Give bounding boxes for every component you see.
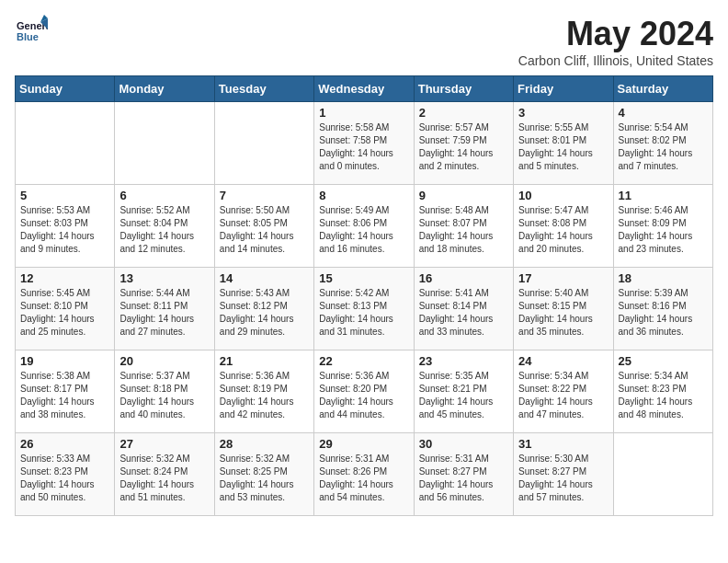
day-of-week-header: Friday	[514, 76, 613, 102]
day-number: 12	[20, 271, 109, 285]
calendar-cell: 27Sunrise: 5:32 AM Sunset: 8:24 PM Dayli…	[115, 433, 214, 516]
day-number: 16	[419, 271, 508, 285]
location: Carbon Cliff, Illinois, United States	[518, 53, 713, 68]
day-number: 29	[319, 437, 408, 451]
day-number: 1	[319, 106, 408, 120]
calendar-cell: 6Sunrise: 5:52 AM Sunset: 8:04 PM Daylig…	[115, 185, 214, 268]
calendar-cell: 29Sunrise: 5:31 AM Sunset: 8:26 PM Dayli…	[314, 433, 414, 516]
calendar-cell: 5Sunrise: 5:53 AM Sunset: 8:03 PM Daylig…	[16, 185, 115, 268]
day-info: Sunrise: 5:37 AM Sunset: 8:18 PM Dayligh…	[119, 370, 209, 421]
page-header: General Blue May 2024 Carbon Cliff, Illi…	[15, 15, 713, 68]
day-number: 25	[619, 354, 708, 368]
day-info: Sunrise: 5:47 AM Sunset: 8:08 PM Dayligh…	[518, 204, 608, 256]
day-number: 5	[20, 189, 109, 202]
calendar-cell: 11Sunrise: 5:46 AM Sunset: 8:09 PM Dayli…	[613, 185, 712, 268]
day-number: 4	[619, 106, 708, 120]
day-number: 17	[518, 271, 608, 285]
day-info: Sunrise: 5:39 AM Sunset: 8:16 PM Dayligh…	[619, 287, 708, 339]
calendar-cell: 13Sunrise: 5:44 AM Sunset: 8:11 PM Dayli…	[115, 268, 214, 350]
day-number: 19	[20, 354, 109, 368]
calendar-cell: 25Sunrise: 5:34 AM Sunset: 8:23 PM Dayli…	[613, 350, 712, 433]
calendar-cell	[16, 102, 115, 185]
calendar-cell: 3Sunrise: 5:55 AM Sunset: 8:01 PM Daylig…	[514, 102, 613, 185]
day-info: Sunrise: 5:32 AM Sunset: 8:25 PM Dayligh…	[220, 453, 309, 504]
calendar-cell: 22Sunrise: 5:36 AM Sunset: 8:20 PM Dayli…	[314, 350, 414, 433]
calendar-cell: 16Sunrise: 5:41 AM Sunset: 8:14 PM Dayli…	[414, 268, 513, 350]
day-info: Sunrise: 5:36 AM Sunset: 8:19 PM Dayligh…	[220, 370, 309, 421]
day-of-week-header: Sunday	[16, 76, 115, 102]
day-of-week-header: Thursday	[414, 76, 513, 102]
calendar-body: 1Sunrise: 5:58 AM Sunset: 7:58 PM Daylig…	[16, 102, 713, 516]
day-info: Sunrise: 5:48 AM Sunset: 8:07 PM Dayligh…	[419, 204, 508, 256]
calendar-cell: 31Sunrise: 5:30 AM Sunset: 8:27 PM Dayli…	[514, 433, 613, 516]
day-info: Sunrise: 5:46 AM Sunset: 8:09 PM Dayligh…	[619, 204, 708, 256]
day-info: Sunrise: 5:31 AM Sunset: 8:27 PM Dayligh…	[419, 453, 508, 504]
day-number: 6	[119, 189, 209, 202]
calendar-cell: 14Sunrise: 5:43 AM Sunset: 8:12 PM Dayli…	[214, 268, 313, 350]
calendar-cell: 10Sunrise: 5:47 AM Sunset: 8:08 PM Dayli…	[514, 185, 613, 268]
day-info: Sunrise: 5:31 AM Sunset: 8:26 PM Dayligh…	[319, 453, 408, 504]
day-number: 22	[319, 354, 408, 368]
svg-text:Blue: Blue	[17, 31, 39, 42]
logo: General Blue	[15, 15, 48, 48]
day-info: Sunrise: 5:41 AM Sunset: 8:14 PM Dayligh…	[419, 287, 508, 339]
title-block: May 2024 Carbon Cliff, Illinois, United …	[518, 15, 713, 68]
day-info: Sunrise: 5:49 AM Sunset: 8:06 PM Dayligh…	[319, 204, 408, 256]
calendar-week-row: 1Sunrise: 5:58 AM Sunset: 7:58 PM Daylig…	[16, 102, 713, 185]
day-number: 11	[619, 189, 708, 202]
day-info: Sunrise: 5:43 AM Sunset: 8:12 PM Dayligh…	[220, 287, 309, 339]
calendar-cell: 24Sunrise: 5:34 AM Sunset: 8:22 PM Dayli…	[514, 350, 613, 433]
calendar-cell: 26Sunrise: 5:33 AM Sunset: 8:23 PM Dayli…	[16, 433, 115, 516]
day-info: Sunrise: 5:35 AM Sunset: 8:21 PM Dayligh…	[419, 370, 508, 421]
day-number: 24	[518, 354, 608, 368]
month-title: May 2024	[518, 15, 713, 53]
day-of-week-header: Tuesday	[214, 76, 313, 102]
day-number: 20	[119, 354, 209, 368]
day-number: 31	[518, 437, 608, 451]
calendar-cell: 28Sunrise: 5:32 AM Sunset: 8:25 PM Dayli…	[214, 433, 313, 516]
calendar-week-row: 26Sunrise: 5:33 AM Sunset: 8:23 PM Dayli…	[16, 433, 713, 516]
calendar-cell: 18Sunrise: 5:39 AM Sunset: 8:16 PM Dayli…	[613, 268, 712, 350]
calendar-cell: 8Sunrise: 5:49 AM Sunset: 8:06 PM Daylig…	[314, 185, 414, 268]
calendar-cell	[115, 102, 214, 185]
day-number: 13	[119, 271, 209, 285]
calendar-cell: 7Sunrise: 5:50 AM Sunset: 8:05 PM Daylig…	[214, 185, 313, 268]
day-info: Sunrise: 5:34 AM Sunset: 8:23 PM Dayligh…	[619, 370, 708, 421]
day-number: 23	[419, 354, 508, 368]
day-info: Sunrise: 5:38 AM Sunset: 8:17 PM Dayligh…	[20, 370, 109, 421]
day-info: Sunrise: 5:34 AM Sunset: 8:22 PM Dayligh…	[518, 370, 608, 421]
day-info: Sunrise: 5:45 AM Sunset: 8:10 PM Dayligh…	[20, 287, 109, 339]
calendar-cell: 12Sunrise: 5:45 AM Sunset: 8:10 PM Dayli…	[16, 268, 115, 350]
day-number: 9	[419, 189, 508, 202]
calendar-cell: 15Sunrise: 5:42 AM Sunset: 8:13 PM Dayli…	[314, 268, 414, 350]
day-number: 18	[619, 271, 708, 285]
day-number: 10	[518, 189, 608, 202]
day-number: 30	[419, 437, 508, 451]
day-of-week-header: Wednesday	[314, 76, 414, 102]
day-number: 15	[319, 271, 408, 285]
day-info: Sunrise: 5:55 AM Sunset: 8:01 PM Dayligh…	[518, 121, 608, 173]
day-number: 7	[220, 189, 309, 202]
day-info: Sunrise: 5:40 AM Sunset: 8:15 PM Dayligh…	[518, 287, 608, 339]
day-info: Sunrise: 5:57 AM Sunset: 7:59 PM Dayligh…	[419, 121, 508, 173]
calendar-header-row: SundayMondayTuesdayWednesdayThursdayFrid…	[16, 76, 713, 102]
day-info: Sunrise: 5:36 AM Sunset: 8:20 PM Dayligh…	[319, 370, 408, 421]
day-info: Sunrise: 5:42 AM Sunset: 8:13 PM Dayligh…	[319, 287, 408, 339]
day-of-week-header: Saturday	[613, 76, 712, 102]
day-info: Sunrise: 5:44 AM Sunset: 8:11 PM Dayligh…	[119, 287, 209, 339]
logo-icon: General Blue	[15, 15, 48, 48]
day-info: Sunrise: 5:33 AM Sunset: 8:23 PM Dayligh…	[20, 453, 109, 504]
day-number: 14	[220, 271, 309, 285]
calendar-cell: 1Sunrise: 5:58 AM Sunset: 7:58 PM Daylig…	[314, 102, 414, 185]
calendar-cell: 4Sunrise: 5:54 AM Sunset: 8:02 PM Daylig…	[613, 102, 712, 185]
day-number: 8	[319, 189, 408, 202]
day-info: Sunrise: 5:52 AM Sunset: 8:04 PM Dayligh…	[119, 204, 209, 256]
day-number: 27	[119, 437, 209, 451]
day-number: 26	[20, 437, 109, 451]
calendar-cell	[214, 102, 313, 185]
calendar-cell: 23Sunrise: 5:35 AM Sunset: 8:21 PM Dayli…	[414, 350, 513, 433]
calendar-cell: 30Sunrise: 5:31 AM Sunset: 8:27 PM Dayli…	[414, 433, 513, 516]
calendar-cell: 17Sunrise: 5:40 AM Sunset: 8:15 PM Dayli…	[514, 268, 613, 350]
calendar-cell: 21Sunrise: 5:36 AM Sunset: 8:19 PM Dayli…	[214, 350, 313, 433]
day-info: Sunrise: 5:53 AM Sunset: 8:03 PM Dayligh…	[20, 204, 109, 256]
